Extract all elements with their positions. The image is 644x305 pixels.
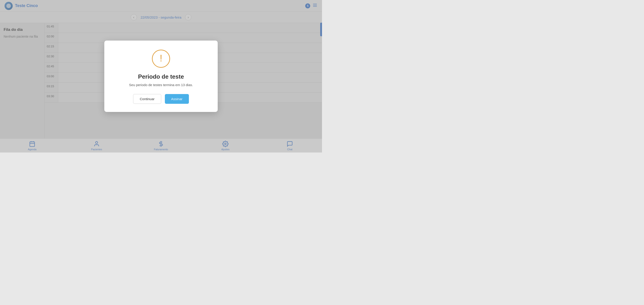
modal-overlay: ! Periodo de teste Seu periodo de testes… bbox=[0, 0, 322, 152]
assinar-button[interactable]: Assinar bbox=[165, 94, 189, 104]
exclamation-mark: ! bbox=[160, 53, 162, 63]
trial-modal: ! Periodo de teste Seu periodo de testes… bbox=[104, 40, 218, 112]
modal-title: Periodo de teste bbox=[138, 73, 184, 80]
modal-message: Seu periodo de testes termina em 13 dias… bbox=[129, 83, 193, 87]
modal-buttons: Continuar Assinar bbox=[133, 94, 189, 104]
continuar-button[interactable]: Continuar bbox=[133, 94, 161, 104]
warning-icon: ! bbox=[152, 50, 170, 68]
